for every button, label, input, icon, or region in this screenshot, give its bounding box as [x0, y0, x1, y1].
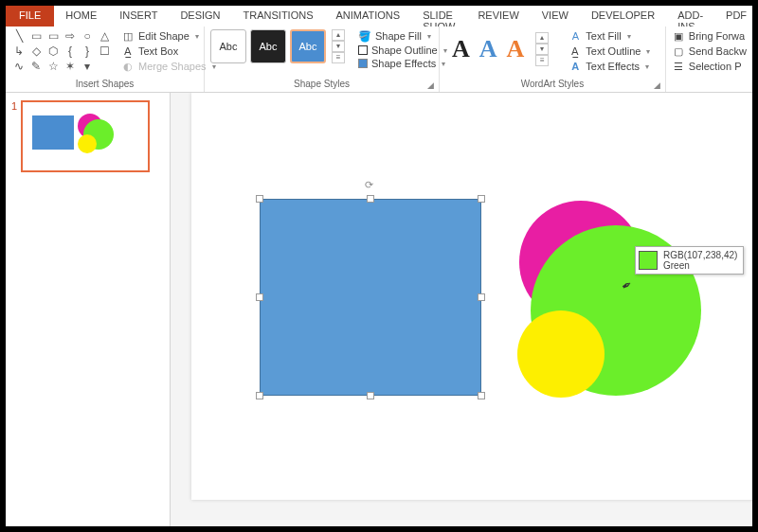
style-gallery-more[interactable]: ▴ ▾ ≡ — [332, 29, 345, 63]
slide-thumbnail-1[interactable] — [21, 100, 150, 172]
tab-review[interactable]: REVIEW — [466, 6, 530, 27]
resize-handle-tl[interactable] — [256, 195, 263, 203]
selection-pane-icon: ☰ — [672, 60, 685, 73]
shape-brace-icon[interactable]: { — [63, 44, 78, 58]
merge-shapes-button: ◐ Merge Shapes▾ — [121, 60, 216, 73]
tab-design[interactable]: DESIGN — [169, 6, 231, 27]
powerpoint-window: FILE HOME INSERT DESIGN TRANSITIONS ANIM… — [6, 6, 752, 526]
expand-gallery-icon[interactable]: ≡ — [332, 52, 345, 63]
slide-thumbnail-panel: 1 — [6, 93, 171, 526]
style-preset-1[interactable]: Abc — [210, 29, 246, 63]
shape-fill-button[interactable]: 🪣 Shape Fill▾ — [358, 29, 447, 43]
wordart-preset-3[interactable]: A — [507, 35, 525, 63]
shape-rect2-icon[interactable]: ▭ — [45, 29, 61, 43]
resize-handle-bm[interactable] — [367, 392, 374, 399]
style-preset-2[interactable]: Abc — [250, 29, 286, 63]
ribbon: ╲ ▭ ▭ ⇨ ○ △ ↳ ◇ ⬡ { } ☐ ∿ ✎ ☆ ✶ ▾ — [6, 27, 752, 93]
rotate-handle[interactable]: ⟳ — [365, 179, 376, 190]
bring-forward-label: Bring Forwa — [689, 30, 745, 42]
wordart-preset-2[interactable]: A — [479, 35, 497, 63]
resize-handle-ml[interactable] — [256, 293, 263, 301]
text-effects-label: Text Effects — [586, 61, 640, 72]
text-outline-label: Text Outline — [586, 45, 641, 57]
wordart-gallery-more[interactable]: ▴ ▾ ≡ — [535, 32, 549, 66]
yellow-circle-shape[interactable] — [517, 310, 605, 398]
shape-effects-button[interactable]: Shape Effects▾ — [358, 58, 447, 69]
edit-shape-button[interactable]: ◫ Edit Shape▾ — [121, 29, 216, 43]
edit-shape-label: Edit Shape — [138, 30, 190, 42]
send-backward-button[interactable]: ▢ Send Backw — [672, 44, 747, 58]
scroll-up-icon[interactable]: ▴ — [332, 29, 345, 41]
shape-callout-icon[interactable]: ☐ — [97, 44, 112, 58]
shape-outline-button[interactable]: Shape Outline▾ — [358, 44, 447, 56]
shapes-gallery[interactable]: ╲ ▭ ▭ ⇨ ○ △ ↳ ◇ ⬡ { } ☐ ∿ ✎ ☆ ✶ ▾ — [11, 29, 112, 73]
slide[interactable]: ⟳ ✒ RGB(107,238,42) Green — [191, 93, 752, 500]
wa-expand-icon[interactable]: ≡ — [535, 55, 549, 66]
send-backward-label: Send Backw — [689, 45, 747, 57]
wordart-dialog-launcher[interactable]: ◢ — [654, 80, 663, 90]
tab-pdf[interactable]: PDF — [714, 6, 758, 27]
resize-handle-tm[interactable] — [367, 195, 374, 203]
shape-hexagon-icon[interactable]: ⬡ — [45, 44, 61, 58]
shape-style-gallery[interactable]: Abc Abc Abc ▴ ▾ ≡ — [210, 29, 345, 63]
group-shape-styles: Abc Abc Abc ▴ ▾ ≡ 🪣 Shape Fill▾ — [205, 27, 440, 92]
slide-canvas-area[interactable]: ⟳ ✒ RGB(107,238,42) Green — [171, 93, 752, 526]
shape-more-icon[interactable]: ▾ — [80, 60, 95, 73]
wordart-gallery[interactable]: A A A ▴ ▾ ≡ — [445, 29, 555, 69]
group-label-shape-styles: Shape Styles — [210, 79, 433, 91]
shape-arrow-icon[interactable]: ⇨ — [63, 29, 78, 43]
group-label-wordart: WordArt Styles — [445, 79, 659, 91]
shape-sun-icon[interactable]: ✶ — [63, 60, 78, 73]
tab-file[interactable]: FILE — [6, 6, 54, 27]
text-effects-icon: A — [568, 60, 582, 73]
tab-insert[interactable]: INSERT — [108, 6, 169, 27]
wa-scroll-up-icon[interactable]: ▴ — [535, 32, 549, 44]
resize-handle-bl[interactable] — [256, 392, 263, 399]
tooltip-color-swatch — [639, 251, 658, 270]
text-box-button[interactable]: A̲ Text Box — [121, 44, 216, 58]
wa-scroll-down-icon[interactable]: ▾ — [535, 44, 549, 55]
text-outline-icon: A̲ — [568, 44, 582, 58]
text-outline-button[interactable]: A̲ Text Outline▾ — [568, 44, 650, 58]
tab-addins[interactable]: ADD-INS — [666, 6, 714, 27]
shape-effects-label: Shape Effects — [371, 58, 436, 69]
shape-freeform-icon[interactable]: ✎ — [28, 60, 44, 73]
shape-connector-icon[interactable]: ↳ — [11, 44, 27, 58]
shape-oval-icon[interactable]: ○ — [80, 29, 95, 43]
shape-star-icon[interactable]: ☆ — [45, 60, 61, 73]
shape-line-icon[interactable]: ╲ — [11, 29, 27, 43]
text-box-label: Text Box — [138, 45, 178, 57]
group-arrange: ▣ Bring Forwa ▢ Send Backw ☰ Selection P — [666, 27, 752, 92]
shape-diamond-icon[interactable]: ◇ — [28, 44, 44, 58]
shape-effects-icon — [358, 59, 368, 68]
tab-view[interactable]: VIEW — [531, 6, 580, 27]
scroll-down-icon[interactable]: ▾ — [332, 41, 345, 52]
shape-outline-label: Shape Outline — [371, 44, 438, 56]
shape-outline-icon — [358, 45, 368, 55]
resize-handle-mr[interactable] — [478, 293, 485, 301]
shape-curve-icon[interactable]: ∿ — [11, 60, 27, 73]
tab-animations[interactable]: ANIMATIONS — [325, 6, 412, 27]
merge-shapes-icon: ◐ — [121, 60, 135, 73]
text-fill-label: Text Fill — [586, 30, 621, 42]
bring-forward-button[interactable]: ▣ Bring Forwa — [672, 29, 747, 43]
tab-developer[interactable]: DEVELOPER — [580, 6, 666, 27]
bring-forward-icon: ▣ — [672, 29, 685, 43]
text-fill-button[interactable]: A Text Fill▾ — [568, 29, 650, 43]
text-effects-button[interactable]: A Text Effects▾ — [568, 60, 650, 73]
shape-rect-icon[interactable]: ▭ — [28, 29, 44, 43]
shape-styles-dialog-launcher[interactable]: ◢ — [427, 80, 437, 90]
resize-handle-tr[interactable] — [478, 195, 485, 203]
shape-brace2-icon[interactable]: } — [80, 44, 95, 58]
thumbnail-number: 1 — [11, 100, 17, 172]
shape-triangle-icon[interactable]: △ — [97, 29, 112, 43]
tab-home[interactable]: HOME — [54, 6, 108, 27]
resize-handle-br[interactable] — [478, 392, 485, 399]
tab-slideshow[interactable]: SLIDE SHOW — [411, 6, 466, 27]
style-preset-3[interactable]: Abc — [290, 29, 326, 63]
wordart-preset-1[interactable]: A — [452, 35, 470, 63]
tab-transitions[interactable]: TRANSITIONS — [232, 6, 325, 27]
selected-rectangle-shape[interactable]: ⟳ — [260, 199, 481, 396]
selection-pane-button[interactable]: ☰ Selection P — [672, 60, 747, 73]
shape-fill-label: Shape Fill — [375, 30, 422, 42]
